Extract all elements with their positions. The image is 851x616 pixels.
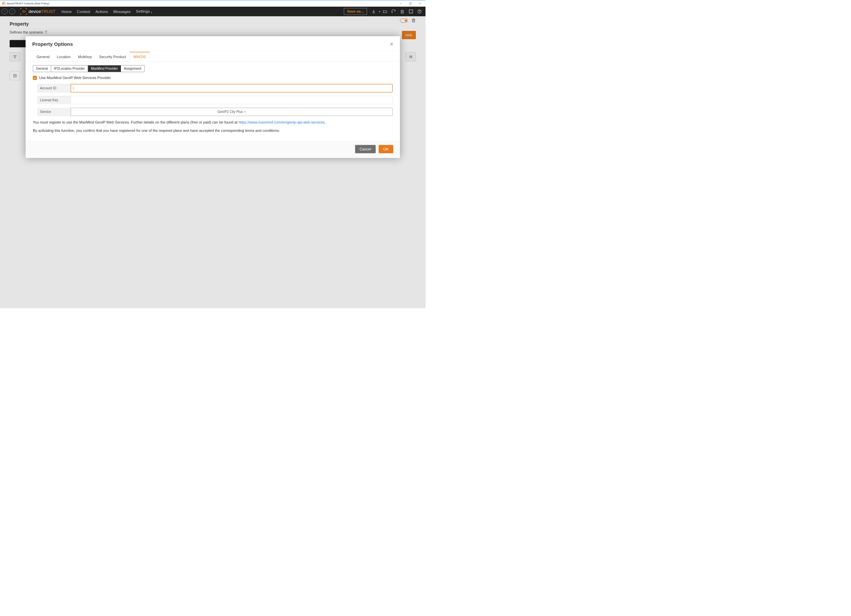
use-maxmind-checkbox[interactable] (33, 76, 37, 80)
window-title: deviceTRUST Console (New Policy) (7, 2, 49, 5)
main-toolbar: deviceTRUST Home Context Actions Message… (0, 7, 426, 16)
fullscreen-button[interactable] (408, 9, 413, 14)
dialog-title: Property Options (32, 41, 73, 47)
menu-context[interactable]: Context (77, 9, 90, 14)
tab-location[interactable]: Location (53, 52, 74, 62)
close-button[interactable] (415, 0, 425, 7)
subtab-maxmind[interactable]: MaxMind Provider (88, 65, 121, 72)
brand-logo: deviceTRUST (20, 8, 56, 15)
sync-button[interactable] (391, 9, 396, 14)
tab-whois[interactable]: WHOIS (129, 52, 149, 62)
dropdown-caret-icon: ▼ (244, 111, 246, 113)
property-options-dialog: Property Options ✕ General Location Mult… (26, 36, 400, 158)
info-text-terms: By activating this function, you confirm… (33, 128, 392, 133)
subtab-ip2location[interactable]: IP2Location Provider (51, 65, 88, 72)
tab-general[interactable]: General (33, 52, 53, 62)
tab-security-product[interactable]: Security Product (95, 52, 129, 62)
help-button[interactable] (417, 9, 422, 14)
dialog-subtabs: General IP2Location Provider MaxMind Pro… (33, 65, 144, 72)
service-select[interactable]: GeoIP2 City Plus▼ (71, 108, 392, 116)
brand-text-prefix: device (29, 9, 41, 14)
svg-rect-1 (410, 3, 411, 5)
download-button[interactable]: ▼ (369, 9, 380, 14)
titlebar: deviceTRUST Console (New Policy) (0, 0, 426, 7)
svg-point-13 (419, 13, 420, 13)
tab-multihop[interactable]: Multihop (74, 52, 96, 62)
app-icon (2, 2, 5, 5)
forward-button[interactable] (9, 9, 15, 15)
menu-home[interactable]: Home (62, 9, 72, 14)
ok-button[interactable]: OK (379, 145, 393, 153)
menu-actions[interactable]: Actions (95, 9, 108, 14)
dialog-close-button[interactable]: ✕ (389, 41, 394, 47)
brand-text-suffix: TRUST (41, 9, 56, 14)
delete-button[interactable] (400, 9, 405, 14)
minimize-button[interactable] (396, 0, 406, 7)
cancel-button[interactable]: Cancel (355, 145, 376, 153)
menu-settings[interactable]: Settings 1 (136, 9, 152, 14)
save-as-button[interactable]: Save as... (344, 8, 367, 15)
brand-icon (20, 8, 27, 15)
maxmind-link[interactable]: https://www.maxmind.com/en/geoip-api-web… (239, 120, 325, 125)
open-folder-button[interactable] (382, 9, 388, 14)
license-key-input[interactable] (71, 96, 392, 104)
account-id-label: Account ID (38, 84, 71, 92)
svg-rect-6 (401, 11, 404, 13)
download-caret-icon: ▼ (379, 10, 380, 13)
maximize-button[interactable] (406, 0, 415, 7)
subtab-general[interactable]: General (33, 65, 51, 72)
license-key-label: License Key (38, 96, 71, 104)
use-maxmind-label: Use MaxMind GeoIP Web Services Provider (39, 76, 111, 80)
info-text-register: You must register to use the MaxMind Geo… (33, 120, 392, 125)
account-id-input[interactable] (71, 84, 392, 92)
subtab-assignment[interactable]: Assignment (121, 65, 144, 72)
back-button[interactable] (2, 9, 8, 15)
service-label: Service (38, 108, 71, 116)
menu-messages[interactable]: Messages (113, 9, 131, 14)
dialog-tabs: General Location Multihop Security Produ… (26, 52, 400, 62)
